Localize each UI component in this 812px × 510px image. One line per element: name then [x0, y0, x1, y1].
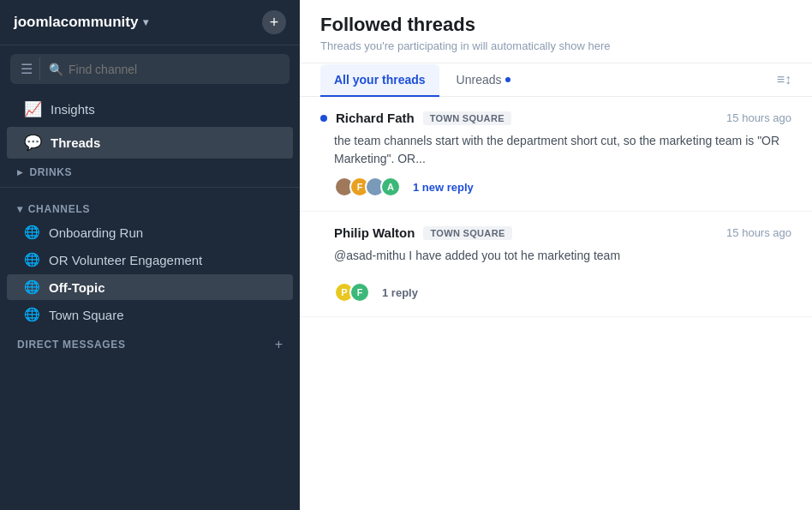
thread-author-1: Richard Fath: [336, 111, 415, 125]
avatar: A: [380, 177, 401, 197]
workspace-name[interactable]: joomlacommunity ▾: [14, 14, 148, 31]
channel-item-town-square[interactable]: 🌐 Town Square: [7, 302, 293, 327]
channels-chevron-icon: ▾: [17, 203, 23, 215]
channel-badge-1: TOWN SQUARE: [423, 111, 511, 125]
sidebar: joomlacommunity ▾ + ☰ 🔍 📈 Insights 💬 Thr…: [0, 0, 300, 510]
avatar: F: [349, 282, 370, 303]
reply-count-1: 1 new reply: [413, 181, 474, 194]
tab-all-threads-label: All your threads: [334, 73, 426, 87]
main-header: Followed threads Threads you're particip…: [300, 0, 812, 63]
drinks-group-label: ▸ DRINKS: [0, 159, 300, 183]
tab-unreads[interactable]: Unreads: [443, 64, 524, 97]
search-bar: ☰ 🔍: [10, 54, 290, 84]
search-input[interactable]: [69, 63, 283, 76]
sidebar-item-threads[interactable]: 💬 Threads: [7, 127, 293, 159]
threads-icon: 💬: [24, 134, 42, 152]
tab-unreads-label: Unreads: [457, 73, 502, 87]
channel-item-or-volunteer-engagement[interactable]: 🌐 OR Volunteer Engagement: [7, 247, 293, 273]
tabs-row: All your threads Unreads ≡↕: [300, 63, 812, 97]
thread-meta-1: Richard Fath TOWN SQUARE 15 hours ago: [320, 111, 791, 125]
reply-avatars-2: P F: [334, 282, 365, 303]
sidebar-item-insights[interactable]: 📈 Insights: [7, 93, 293, 125]
channel-item-off-topic[interactable]: 🌐 Off-Topic: [7, 274, 293, 300]
add-workspace-button[interactable]: +: [262, 10, 286, 34]
dm-header: DIRECT MESSAGES +: [0, 328, 300, 356]
sidebar-divider-1: [0, 187, 300, 188]
thread-time-1: 15 hours ago: [726, 111, 791, 124]
sidebar-header: joomlacommunity ▾ +: [0, 0, 300, 45]
thread-replies-1: F A 1 new reply: [334, 177, 791, 197]
page-subtitle: Threads you're participating in will aut…: [320, 39, 791, 52]
dm-add-button[interactable]: +: [275, 337, 283, 352]
filter-icon[interactable]: ☰: [17, 57, 40, 81]
thread-meta-2: Philip Walton TOWN SQUARE 15 hours ago: [320, 225, 791, 240]
insights-icon: 📈: [24, 100, 42, 118]
insights-label: Insights: [51, 102, 95, 117]
reply-avatars-1: F A: [334, 177, 396, 197]
workspace-name-text: joomlacommunity: [14, 14, 138, 31]
page-title: Followed threads: [320, 14, 791, 36]
channel-globe-icon: 🌐: [24, 225, 40, 240]
channel-globe-icon-3: 🌐: [24, 279, 40, 295]
unread-indicator-1: [320, 115, 327, 122]
workspace-chevron-icon: ▾: [143, 16, 148, 28]
channel-badge-2: TOWN SQUARE: [423, 226, 511, 240]
channel-item-onboarding-run[interactable]: 🌐 Onboarding Run: [7, 219, 293, 245]
sort-button[interactable]: ≡↕: [777, 63, 791, 96]
unread-dot: [505, 77, 510, 82]
reply-count-2: 1 reply: [382, 286, 418, 299]
thread-author-2: Philip Walton: [334, 225, 415, 240]
thread-time-2: 15 hours ago: [726, 226, 791, 239]
thread-body-1: the team channels start with the departm…: [334, 132, 791, 168]
table-row[interactable]: Richard Fath TOWN SQUARE 15 hours ago th…: [300, 97, 812, 212]
table-row[interactable]: Philip Walton TOWN SQUARE 15 hours ago @…: [300, 212, 812, 317]
channel-globe-icon-4: 🌐: [24, 307, 40, 322]
threads-list: Richard Fath TOWN SQUARE 15 hours ago th…: [300, 97, 812, 510]
drinks-chevron: ▸: [17, 166, 23, 178]
search-icon: 🔍: [49, 63, 63, 76]
threads-label: Threads: [51, 135, 100, 150]
main-content: Followed threads Threads you're particip…: [300, 0, 812, 510]
dm-label: DIRECT MESSAGES: [17, 339, 126, 351]
channel-globe-icon-2: 🌐: [24, 252, 40, 267]
tab-all-threads[interactable]: All your threads: [320, 64, 439, 97]
channels-section-label[interactable]: ▾ CHANNELS: [0, 191, 300, 219]
thread-body-2: @asad-mithu I have added you tot he mark…: [334, 247, 791, 265]
thread-replies-2: P F 1 reply: [334, 282, 791, 303]
spacer: [320, 273, 791, 282]
